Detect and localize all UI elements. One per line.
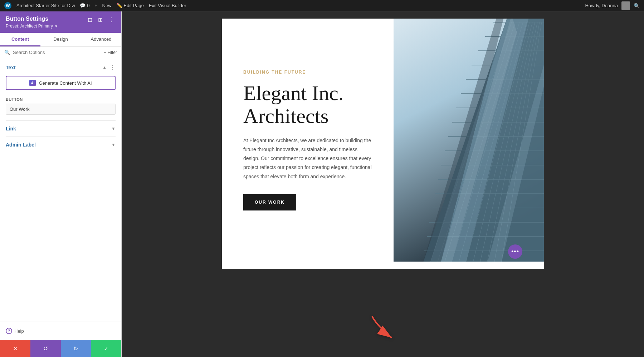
tab-content[interactable]: Content: [0, 33, 40, 46]
arrow-indicator: [369, 313, 397, 343]
text-section-more[interactable]: ⋮: [110, 64, 116, 71]
text-section-title: Text: [6, 65, 16, 70]
text-section-collapse[interactable]: ▲: [102, 65, 107, 70]
text-section: Text ▲ ⋮ AI Generate Content With AI But…: [6, 64, 116, 115]
wordpress-logo[interactable]: W: [4, 2, 11, 9]
redo-button[interactable]: ↻: [61, 340, 91, 357]
hero-section: BUILDING THE FUTURE Elegant Inc. Archite…: [222, 19, 544, 262]
confirm-icon: ✓: [104, 345, 108, 352]
ai-icon: AI: [29, 80, 36, 86]
filter-button[interactable]: + Filter: [104, 50, 117, 55]
exit-builder-link[interactable]: Exit Visual Builder: [149, 3, 186, 8]
panel-title: Button Settings: [6, 16, 58, 22]
undo-button[interactable]: ↺: [30, 340, 61, 357]
panel-preset: Preset: Architect Primary ▼: [6, 24, 58, 29]
hero-body: At Elegant Inc Architects, we are dedica…: [243, 136, 372, 181]
undo-icon: ↺: [43, 345, 48, 352]
button-field-group: Button: [6, 97, 116, 115]
confirm-button[interactable]: ✓: [91, 340, 121, 357]
hero-image: [394, 19, 544, 262]
help-section: ? Help: [0, 322, 121, 340]
cancel-icon: ✕: [13, 345, 18, 352]
howdy-text: Howdy, Deanna: [585, 3, 618, 8]
comment-icon: 💬: [80, 3, 86, 8]
admin-label-section: Admin Label ▼: [6, 137, 116, 153]
link-section-header[interactable]: Link ▼: [6, 126, 116, 132]
link-section-title: Link: [6, 126, 16, 132]
pencil-icon: ✏️: [117, 3, 122, 8]
bottom-bar: ✕ ↺ ↻ ✓: [0, 340, 121, 357]
search-icon: 🔍: [4, 50, 10, 55]
admin-label-chevron-icon: ▼: [111, 142, 116, 147]
chevron-down-icon: ▼: [54, 24, 58, 28]
dots-icon: •••: [511, 248, 519, 256]
comment-bubble[interactable]: 💬 0: [80, 3, 89, 8]
admin-label-title: Admin Label: [6, 142, 36, 148]
link-section: Link ▼: [6, 120, 116, 137]
tabs-row: Content Design Advanced: [0, 33, 121, 47]
search-bar: 🔍 + Filter: [0, 47, 121, 58]
avatar[interactable]: [621, 1, 630, 10]
button-text-input[interactable]: [6, 104, 116, 115]
search-icon[interactable]: 🔍: [634, 3, 640, 9]
hero-cta-button[interactable]: OUR WORK: [243, 194, 296, 210]
edit-page-link[interactable]: ✏️ Edit Page: [117, 3, 144, 8]
canvas-area: BUILDING THE FUTURE Elegant Inc. Archite…: [122, 11, 644, 357]
tab-design[interactable]: Design: [40, 33, 81, 46]
panel-icon-button-2[interactable]: ⊞: [97, 16, 104, 24]
admin-bar: W Architect Starter Site for Divi 💬 0 + …: [0, 0, 644, 11]
panel-more-button[interactable]: ⋮: [107, 16, 116, 24]
hero-left: BUILDING THE FUTURE Elegant Inc. Archite…: [222, 19, 394, 262]
help-icon: ?: [6, 328, 12, 334]
panel-header: Button Settings Preset: Architect Primar…: [0, 11, 121, 33]
admin-label-section-header[interactable]: Admin Label ▼: [6, 142, 116, 148]
comment-count: 0: [87, 3, 89, 8]
panel-icon-button-1[interactable]: ⊡: [86, 16, 94, 24]
page-wrapper: BUILDING THE FUTURE Elegant Inc. Archite…: [222, 19, 544, 269]
left-panel: Button Settings Preset: Architect Primar…: [0, 11, 122, 357]
tab-advanced[interactable]: Advanced: [81, 33, 121, 46]
help-link[interactable]: Help: [14, 328, 24, 334]
ai-button-label: Generate Content With AI: [39, 80, 92, 86]
main-layout: Button Settings Preset: Architect Primar…: [0, 11, 644, 357]
panel-content: Text ▲ ⋮ AI Generate Content With AI But…: [0, 58, 121, 322]
redo-icon: ↻: [73, 345, 78, 352]
link-chevron-icon: ▼: [111, 126, 116, 131]
ai-generate-button[interactable]: AI Generate Content With AI: [6, 76, 116, 90]
hero-eyebrow: BUILDING THE FUTURE: [243, 70, 372, 75]
site-name-link[interactable]: Architect Starter Site for Divi: [16, 3, 75, 8]
search-input[interactable]: [13, 50, 101, 55]
button-field-label: Button: [6, 97, 116, 101]
cancel-button[interactable]: ✕: [0, 340, 30, 357]
new-link[interactable]: New: [102, 3, 112, 8]
dots-menu-button[interactable]: •••: [508, 244, 522, 259]
hero-title: Elegant Inc. Architects: [243, 82, 372, 128]
